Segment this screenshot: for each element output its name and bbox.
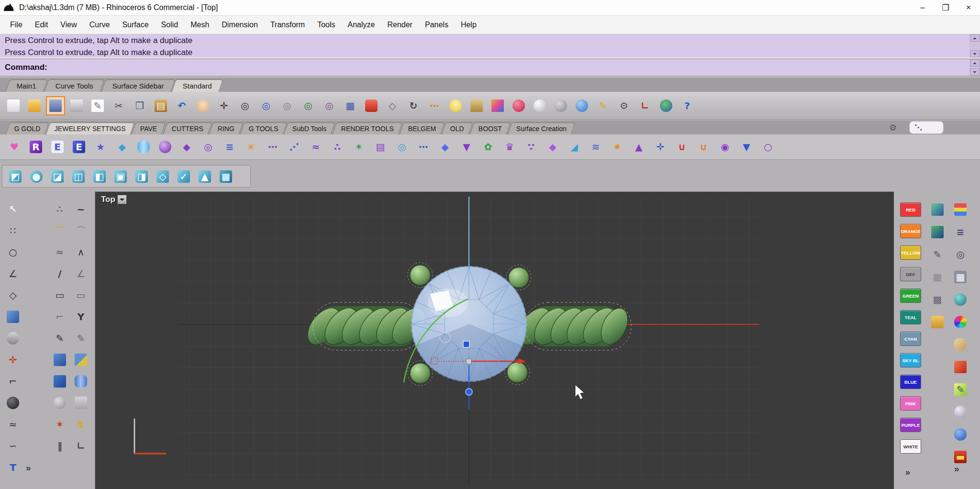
restore-button[interactable]: ❐: [934, 0, 957, 15]
viewport-menu-dropdown[interactable]: [117, 195, 127, 204]
swatch-pink[interactable]: PINK: [900, 396, 921, 411]
flower-setting-tool[interactable]: ✿: [479, 137, 498, 156]
properties-list-icon[interactable]: ≡: [951, 222, 970, 242]
print-button[interactable]: [67, 96, 86, 115]
segment-tool[interactable]: ∠: [72, 265, 90, 283]
menu-help[interactable]: Help: [455, 17, 483, 33]
menu-surface[interactable]: Surface: [116, 17, 155, 33]
swatch-orange[interactable]: ORANGE: [900, 224, 921, 238]
solid-cap-tool[interactable]: ◨: [133, 167, 151, 186]
solid-union-tool[interactable]: ◩: [6, 167, 24, 186]
cross-pave-tool[interactable]: ✛: [651, 137, 670, 156]
solid-scale-tool[interactable]: ▲: [196, 167, 214, 186]
grid-cells-icon[interactable]: ▩: [928, 290, 947, 309]
layer-table-button[interactable]: ▦: [341, 96, 360, 115]
cplane-button[interactable]: ∟: [635, 96, 655, 115]
solid-sphere-tool[interactable]: ●: [27, 167, 45, 186]
arc-tool[interactable]: ⌒: [51, 222, 69, 240]
paste-button[interactable]: ▤: [151, 96, 170, 115]
shaded-white-button[interactable]: [530, 96, 549, 115]
tab-cutters[interactable]: CUTTERS: [163, 122, 212, 134]
pencil-tool[interactable]: ✎: [72, 329, 90, 347]
tab-g-tools[interactable]: G TOOLS: [240, 122, 287, 134]
lift-gem-tool[interactable]: ▲: [629, 137, 648, 156]
command-prompt-scrollbar[interactable]: [969, 59, 980, 76]
sphere-ring-tool[interactable]: ◉: [715, 137, 735, 156]
pan-hand-button[interactable]: [193, 96, 212, 115]
named-view-button[interactable]: [362, 96, 381, 115]
prong-bottom-right[interactable]: [507, 362, 527, 382]
close-button[interactable]: ×: [957, 0, 980, 15]
material-palette-button[interactable]: [488, 96, 507, 115]
angle-tool[interactable]: ∟: [72, 437, 90, 455]
extend-tool[interactable]: ⌐: [4, 372, 22, 390]
color-palette-expander[interactable]: »: [905, 467, 910, 478]
eternity-ring-tool[interactable]: ◎: [392, 137, 412, 156]
swatch-cyan[interactable]: CYAN: [900, 332, 921, 346]
scroll-down-icon[interactable]: [970, 50, 980, 57]
notes-icon[interactable]: ✎: [951, 380, 970, 399]
menu-render[interactable]: Render: [381, 17, 418, 33]
star-gem-tool[interactable]: ★: [91, 137, 110, 156]
select-tool[interactable]: ↖: [4, 200, 22, 218]
right-toolbar-expander[interactable]: »: [954, 464, 959, 474]
gem-row-tool[interactable]: ⋯: [414, 137, 433, 156]
diagonal-pave-tool[interactable]: ⋰: [285, 137, 304, 156]
gumball-scale-handle-y[interactable]: [463, 341, 469, 347]
letter-ee-tool[interactable]: E: [48, 137, 67, 156]
offset-tool[interactable]: ‖: [51, 437, 69, 455]
sketch-tool[interactable]: ✎: [51, 329, 69, 347]
open-file-button[interactable]: [25, 96, 44, 115]
scroll-up-icon[interactable]: [970, 59, 980, 67]
cut-button[interactable]: ✂: [109, 96, 128, 115]
swatch-green[interactable]: GREEN: [900, 289, 921, 303]
tab-surface-creation[interactable]: Surface Creation: [508, 122, 576, 134]
rendered-view-button[interactable]: [572, 96, 591, 115]
tab-main1[interactable]: Main1: [6, 79, 48, 92]
point-tool[interactable]: ∷: [4, 222, 22, 240]
lock-button[interactable]: [467, 96, 486, 115]
cluster-tool[interactable]: ✳: [242, 137, 261, 156]
new-file-button[interactable]: [4, 96, 23, 115]
toolbox-red-icon[interactable]: ▬: [951, 447, 970, 467]
menu-dimension[interactable]: Dimension: [215, 17, 264, 33]
menu-file[interactable]: File: [4, 17, 29, 33]
scroll-up-icon[interactable]: [970, 34, 980, 42]
letter-r-tool[interactable]: R: [26, 137, 45, 156]
prong-bottom-left[interactable]: [410, 363, 430, 383]
color-wheel-icon[interactable]: [951, 312, 970, 332]
tab-render-tools[interactable]: RENDER TOOLS: [333, 122, 403, 134]
move-button[interactable]: ✛: [214, 96, 234, 115]
viewport-title[interactable]: Top: [101, 195, 115, 204]
tab-pave[interactable]: PAVE: [132, 122, 166, 134]
bead-string-tool[interactable]: ⋯: [263, 137, 282, 156]
sphere-teal-icon[interactable]: [951, 290, 970, 309]
curve-through-tool[interactable]: ~: [72, 200, 90, 218]
tension-setting-tool[interactable]: ◆: [435, 137, 455, 156]
bezel-tool[interactable]: [134, 137, 153, 156]
tab-curve-tools[interactable]: Curve Tools: [44, 79, 104, 92]
bead-circle-tool[interactable]: ○: [758, 137, 778, 156]
disc-tool[interactable]: [4, 329, 22, 347]
gumball-z-dot[interactable]: [466, 389, 472, 395]
zoom-window-button[interactable]: ◎: [256, 96, 276, 115]
polygon-tool[interactable]: ◇: [4, 286, 22, 304]
menu-solid[interactable]: Solid: [155, 17, 185, 33]
deform-tool[interactable]: ✶: [51, 415, 69, 433]
tab-standard[interactable]: Standard: [172, 79, 223, 92]
box-tool[interactable]: [4, 308, 22, 326]
gem-stone[interactable]: [411, 266, 527, 382]
leaf-setting-tool[interactable]: ✶: [349, 137, 368, 156]
swatch-def[interactable]: DEF: [900, 267, 921, 281]
drop-gem-tool[interactable]: ◢: [565, 137, 584, 156]
arc-3pt-tool[interactable]: ⌒: [72, 222, 90, 240]
menu-tools[interactable]: Tools: [311, 17, 341, 33]
menu-view[interactable]: View: [54, 17, 83, 33]
gumball-origin-handle[interactable]: [466, 359, 471, 364]
menu-transform[interactable]: Transform: [264, 17, 311, 33]
save-button[interactable]: [46, 96, 65, 115]
pencil-small-icon[interactable]: ✎: [928, 245, 947, 264]
arrow-down-tool[interactable]: ▼: [737, 137, 756, 156]
scroll-down-icon[interactable]: [970, 68, 980, 76]
solid-shell-tool[interactable]: ▣: [111, 167, 130, 186]
